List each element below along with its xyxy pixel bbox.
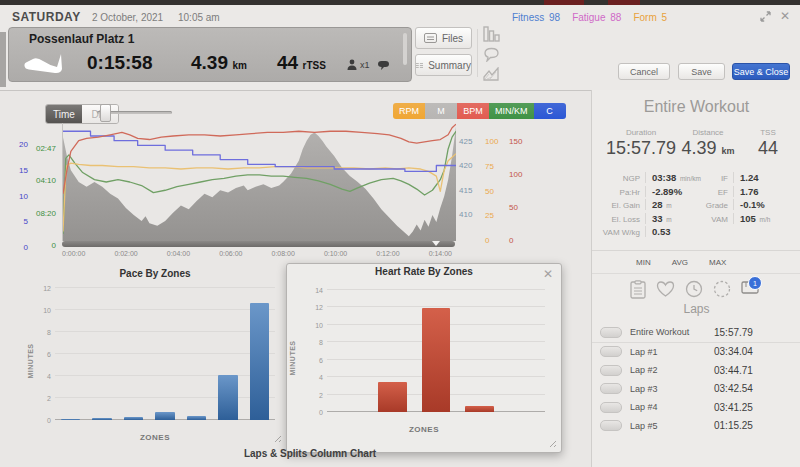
legend-c[interactable]: C	[534, 103, 566, 119]
laps-list: Entire Workout15:57.79Lap #103:34.04Lap …	[592, 323, 800, 435]
lap-row[interactable]: Lap #501:15.25	[592, 417, 800, 436]
stat-value: 0.53	[645, 226, 671, 237]
save-close-button[interactable]: Save & Close	[732, 63, 790, 80]
save-button[interactable]: Save	[678, 63, 725, 80]
duration-icon[interactable]	[685, 280, 703, 298]
metric-fitness: Fitness 98	[512, 12, 560, 23]
stat-ngp: NGP03:38 min/km	[596, 172, 701, 186]
stat-label: El. Loss	[596, 215, 640, 224]
series-heart_rate	[63, 124, 456, 194]
lap-time: 03:44.71	[714, 365, 753, 376]
zone-bar-4[interactable]	[465, 406, 494, 412]
lap-count-badge: 1	[748, 276, 762, 290]
lap-row[interactable]: Lap #303:42.54	[592, 380, 800, 399]
series-elevation	[63, 127, 456, 241]
trend-chart-icon[interactable]	[483, 67, 500, 81]
axis-elevation: 425420415410	[459, 137, 479, 219]
pace-chart-title: Pace By Zones	[25, 268, 285, 279]
x-axis-tick: 0:00:00	[62, 250, 85, 257]
hr-chart-bars	[327, 290, 545, 412]
column-header-min: MIN	[636, 258, 651, 267]
axis-pace: 02:4704:1008:200	[30, 144, 56, 250]
zone-bar-2[interactable]	[378, 382, 407, 412]
lap-row[interactable]: Lap #203:44.71	[592, 361, 800, 380]
axis-tick: 425	[459, 137, 479, 146]
y-axis-tick: 6	[47, 351, 51, 358]
zone-bar-6[interactable]	[218, 375, 237, 420]
hr-chart-resize-handle[interactable]	[547, 438, 556, 447]
workout-distance: 4.39 km	[191, 52, 247, 74]
workout-summary-card[interactable]: Possenlauf Platz 1 0:15:58 4.39 km 44 rT…	[8, 27, 412, 82]
lap-row[interactable]: Lap #103:34.04	[592, 343, 800, 362]
lap-visibility-toggle[interactable]	[600, 365, 622, 376]
lap-time: 15:57.79	[714, 327, 753, 338]
popup-close-icon[interactable]: ✕	[543, 267, 553, 281]
graph-scrollbar[interactable]	[62, 241, 455, 247]
legend-min-km[interactable]: MIN/KM	[489, 103, 534, 119]
metric-value: 98	[549, 12, 560, 23]
stat-unit: m	[666, 216, 671, 223]
toggle-time[interactable]: Time	[46, 105, 82, 123]
save-label: Save	[691, 67, 712, 77]
zone-bar-3[interactable]	[124, 417, 143, 420]
metric-value: 5	[662, 12, 668, 23]
y-axis-tick: 0	[319, 409, 323, 416]
laps-splits-chart-title: Laps & Splits Column Chart	[180, 448, 440, 459]
axis-tick: 150	[509, 137, 529, 146]
athlete-comment-group: x1	[347, 59, 390, 71]
comment-bubble-icon[interactable]	[377, 60, 390, 71]
y-axis-tick: 8	[319, 339, 323, 346]
fitness-metrics-row: Fitness 98Fatigue 88Form 5	[512, 12, 667, 23]
lap-visibility-toggle[interactable]	[600, 383, 622, 394]
card-scrollbar[interactable]	[403, 33, 407, 65]
lap-row[interactable]: Entire Workout15:57.79	[592, 323, 800, 343]
comments-icon[interactable]	[483, 47, 500, 62]
lap-row[interactable]: Lap #403:41.25	[592, 398, 800, 417]
axis-tick: 50	[509, 203, 529, 212]
lap-visibility-toggle[interactable]	[600, 420, 622, 431]
axis-tick: 50	[485, 187, 503, 196]
legend-bpm[interactable]: BPM	[457, 103, 489, 119]
axis-tick: 0	[8, 243, 28, 252]
zone-bar-3[interactable]	[422, 308, 451, 412]
zoom-slider-thumb[interactable]	[100, 104, 111, 122]
heart-rate-by-zones-popup[interactable]: Heart Rate By Zones ✕ MINUTES 0246810121…	[286, 263, 562, 453]
stat-label: El. Gain	[596, 201, 640, 210]
x-axis-tick: 0:10:00	[324, 250, 347, 257]
zone-bar-1[interactable]	[61, 419, 80, 420]
summary-label: Duration	[598, 128, 684, 137]
files-button[interactable]: Files	[415, 27, 472, 49]
notes-icon[interactable]	[630, 280, 646, 299]
power-icon[interactable]	[713, 280, 731, 298]
summary-label: TSS	[740, 128, 796, 137]
workout-graph[interactable]	[62, 123, 456, 241]
close-icon[interactable]: ✕	[780, 9, 790, 23]
lap-visibility-toggle[interactable]	[600, 402, 622, 413]
lap-visibility-toggle[interactable]	[600, 346, 622, 357]
cancel-button[interactable]: Cancel	[618, 63, 670, 80]
graph-scroll-marker[interactable]	[432, 241, 440, 246]
axis-tick: 0	[509, 236, 529, 245]
stat-label: VAM	[696, 215, 728, 224]
summary-button[interactable]: Summary	[415, 54, 472, 76]
zone-bar-7[interactable]	[250, 303, 269, 420]
heart-rate-icon[interactable]	[656, 280, 675, 298]
x-axis-tick: 0:14:00	[429, 250, 452, 257]
tss-unit: rTSS	[303, 60, 326, 71]
bar-chart-icon[interactable]	[483, 26, 500, 42]
axis-heart-rate: 150100500	[509, 137, 529, 245]
zone-bar-2[interactable]	[92, 418, 111, 420]
stat-unit: m/h	[760, 216, 771, 223]
legend-m[interactable]: M	[425, 103, 457, 119]
metric-label: Fatigue	[572, 12, 608, 23]
pace-chart-plot	[55, 288, 275, 420]
zone-bar-4[interactable]	[155, 412, 174, 420]
save-close-label: Save & Close	[734, 67, 789, 77]
expand-icon[interactable]	[760, 11, 771, 22]
zone-bar-5[interactable]	[187, 416, 206, 420]
lap-visibility-toggle[interactable]	[600, 327, 622, 338]
stat-value: 105 m/h	[733, 213, 770, 224]
legend-rpm[interactable]: RPM	[393, 103, 425, 119]
metric-label: Fitness	[512, 12, 547, 23]
header-divider	[477, 29, 478, 77]
